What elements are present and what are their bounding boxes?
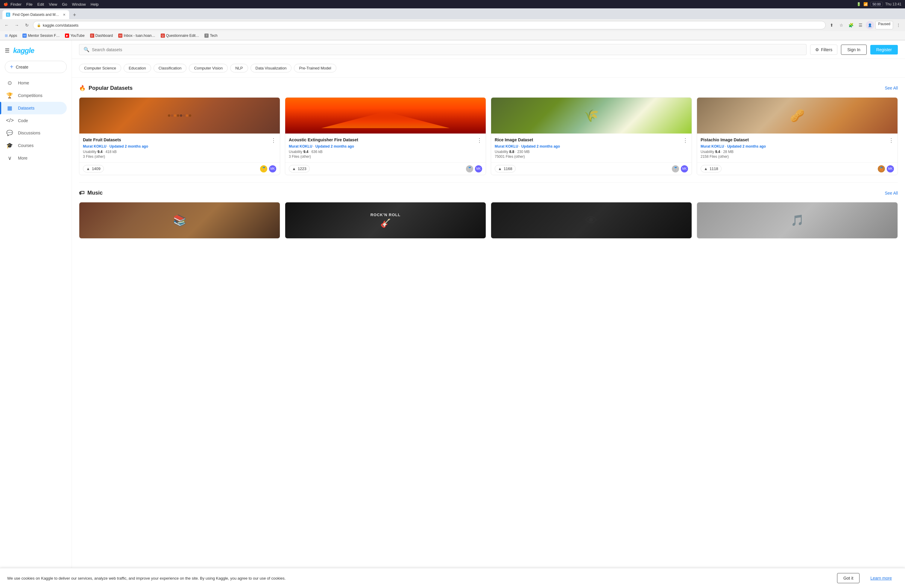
- search-input[interactable]: [92, 47, 802, 52]
- sidebar-item-more[interactable]: ∨ More: [0, 152, 67, 164]
- questionnaire-favicon: Q: [161, 33, 165, 38]
- music-card-2[interactable]: ROCK'N ROLL 🎸: [285, 202, 486, 238]
- filter-tag-nlp[interactable]: NLP: [230, 64, 248, 72]
- go-menu[interactable]: Go: [62, 2, 67, 6]
- sidebar-item-courses[interactable]: 🎓 Courses: [0, 139, 67, 152]
- main-layout: ☰ kaggle + Create ⊙ Home 🏆 Competitions …: [0, 40, 905, 588]
- card-date-fruit[interactable]: Date Fruit Datasets ⋮ Murat KOKLU · Upda…: [79, 97, 280, 175]
- bookmark-inbox[interactable]: M Inbox - tuan.hoan…: [116, 33, 157, 39]
- bookmark-mentor[interactable]: M Mentor Session F…: [20, 33, 62, 39]
- vote-button-date-fruit[interactable]: ▲ 1409: [83, 165, 104, 172]
- forward-button[interactable]: →: [13, 21, 21, 29]
- filter-tag-education[interactable]: Education: [124, 64, 151, 72]
- sidebar-item-discussions[interactable]: 💬 Discussions: [0, 127, 67, 139]
- card-more-button-rice[interactable]: ⋮: [683, 137, 688, 144]
- sidebar-header: ☰ kaggle: [0, 44, 71, 57]
- bookmark-tech[interactable]: T Tech: [202, 33, 220, 39]
- register-button[interactable]: Register: [870, 45, 898, 54]
- sign-in-button[interactable]: Sign In: [841, 44, 867, 55]
- sidebar-item-competitions[interactable]: 🏆 Competitions: [0, 89, 67, 102]
- author-avatar-date-fruit: MK: [269, 165, 276, 172]
- bookmark-youtube[interactable]: ▶ YouTube: [62, 33, 87, 39]
- filter-tag-data-visualization[interactable]: Data Visualization: [251, 64, 292, 72]
- card-more-button-pistachio[interactable]: ⋮: [889, 137, 894, 144]
- new-tab-button[interactable]: +: [70, 11, 79, 19]
- music-title-text: Music: [87, 190, 103, 196]
- music-card-image-3: 👁: [491, 202, 692, 238]
- inbox-favicon: M: [118, 33, 122, 38]
- bookmark-questionnaire[interactable]: Q Questionnaire Edit…: [158, 33, 202, 39]
- card-pistachio[interactable]: 🥜 Pistachio Image Dataset ⋮ Murat KOKLU …: [697, 97, 898, 175]
- filter-tag-classification[interactable]: Classification: [154, 64, 187, 72]
- finder-menu[interactable]: Finder: [11, 2, 22, 6]
- top-controls: 🔍 ⚙ Filters Sign In Register: [72, 40, 905, 59]
- dashboard-favicon: D: [90, 33, 94, 38]
- bookmark-button[interactable]: ☆: [837, 21, 845, 29]
- gold-badge-icon: 🥇: [260, 165, 267, 172]
- sidebar-competitions-label: Competitions: [18, 93, 43, 98]
- bookmark-apps[interactable]: ⊞ Apps: [2, 33, 19, 39]
- help-menu[interactable]: Help: [90, 2, 99, 6]
- sidebar-item-code[interactable]: </> Code: [0, 114, 67, 127]
- bookmark-apps-label: Apps: [9, 33, 17, 38]
- card-more-button-fire[interactable]: ⋮: [477, 137, 482, 144]
- card-image-date-fruit: [79, 98, 280, 133]
- popular-cards-grid: Date Fruit Datasets ⋮ Murat KOKLU · Upda…: [79, 97, 898, 175]
- music-section: 🏷 Music See All 📚 ROCK'N ROLL 🎸: [72, 183, 905, 238]
- music-card-1[interactable]: 📚: [79, 202, 280, 238]
- apple-menu[interactable]: 🍎: [3, 2, 8, 6]
- paused-button[interactable]: Paused: [875, 21, 893, 29]
- popular-see-all-button[interactable]: See All: [884, 86, 898, 91]
- music-card-4[interactable]: 🎵: [697, 202, 898, 238]
- sidebar: ☰ kaggle + Create ⊙ Home 🏆 Competitions …: [0, 40, 72, 588]
- card-footer-fire: ▲ 1223 🥈 MK: [285, 162, 486, 175]
- nav-more-wrapper: ∨ More: [0, 152, 71, 164]
- share-button[interactable]: ⬆: [827, 21, 836, 29]
- bookmark-dashboard[interactable]: D Dashboard: [88, 33, 116, 39]
- tab-close-button[interactable]: ✕: [63, 13, 65, 17]
- sidebar-toggle-button[interactable]: ☰: [856, 21, 865, 29]
- vote-button-pistachio[interactable]: ▲ 1118: [700, 165, 722, 172]
- filter-tag-computer-science[interactable]: Computer Science: [79, 64, 121, 72]
- extensions-button[interactable]: 🧩: [847, 21, 855, 29]
- filters-button[interactable]: ⚙ Filters: [810, 44, 837, 55]
- create-button[interactable]: + Create: [5, 61, 67, 73]
- view-menu[interactable]: View: [49, 2, 57, 6]
- more-options-button[interactable]: ⋮: [894, 21, 903, 29]
- music-card-image-1: 📚: [79, 202, 280, 238]
- card-author-date-fruit: Murat KOKLU · Updated 2 months ago: [83, 144, 276, 148]
- sidebar-item-home[interactable]: ⊙ Home: [0, 77, 67, 89]
- popular-section-header: 🔥 Popular Datasets See All: [79, 85, 898, 91]
- sidebar-item-datasets[interactable]: ▦ Datasets: [0, 102, 67, 114]
- url-bar[interactable]: 🔒 kaggle.com/datasets: [33, 21, 826, 29]
- author-avatar-rice: MK: [681, 165, 688, 172]
- card-more-button-date-fruit[interactable]: ⋮: [271, 137, 276, 144]
- profile-button[interactable]: 👤: [866, 21, 874, 29]
- card-fire[interactable]: Acoustic Extinguisher Fire Dataset ⋮ Mur…: [285, 97, 486, 175]
- card-meta-rice: Usability 8.8 · 230 MB: [495, 150, 688, 154]
- card-footer-date-fruit: ▲ 1409 🥇 MK: [79, 162, 280, 175]
- got-it-button[interactable]: Got it: [837, 573, 859, 583]
- active-indicator: [0, 102, 1, 114]
- card-image-pistachio: 🥜: [697, 98, 897, 133]
- active-tab[interactable]: K Find Open Datasets and Machi ✕: [2, 10, 69, 19]
- music-see-all-button[interactable]: See All: [884, 191, 898, 195]
- learn-more-button[interactable]: Learn more: [864, 573, 898, 583]
- hamburger-icon[interactable]: ☰: [5, 47, 10, 54]
- card-rice[interactable]: 🌾 Rice Image Dataset ⋮ Murat KOKLU · Upd…: [491, 97, 692, 175]
- vote-button-fire[interactable]: ▲ 1223: [289, 165, 310, 172]
- filter-tag-computer-vision[interactable]: Computer Vision: [189, 64, 228, 72]
- card-body-pistachio: Pistachio Image Dataset ⋮ Murat KOKLU · …: [697, 133, 897, 162]
- back-button[interactable]: ←: [2, 21, 11, 29]
- search-box[interactable]: 🔍: [79, 44, 807, 55]
- window-menu[interactable]: Window: [72, 2, 86, 6]
- refresh-button[interactable]: ↻: [23, 21, 31, 29]
- kaggle-logo[interactable]: kaggle: [13, 46, 34, 55]
- filter-tag-pre-trained-model[interactable]: Pre-Trained Model: [294, 64, 336, 72]
- file-menu[interactable]: File: [26, 2, 33, 6]
- music-card-3[interactable]: 👁: [491, 202, 692, 238]
- tab-bar: K Find Open Datasets and Machi ✕ +: [0, 8, 905, 19]
- edit-menu[interactable]: Edit: [37, 2, 44, 6]
- nav-competitions-wrapper: 🏆 Competitions: [0, 89, 71, 102]
- vote-button-rice[interactable]: ▲ 1168: [495, 165, 516, 172]
